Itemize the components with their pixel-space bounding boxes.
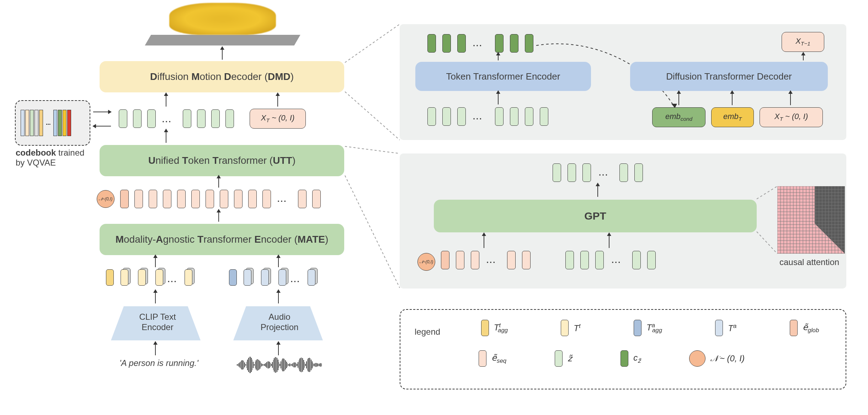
dots: ... bbox=[277, 195, 287, 204]
token-eseq bbox=[456, 251, 464, 269]
token-eseq bbox=[471, 251, 479, 269]
svg-line-3 bbox=[345, 92, 400, 140]
arrow-embcond bbox=[678, 93, 679, 105]
utt-map-lines bbox=[345, 146, 402, 296]
arrow-text-in bbox=[155, 344, 156, 355]
token-eseq bbox=[507, 251, 516, 269]
token-z bbox=[147, 109, 156, 128]
diff-decoder-label: Diffusion Transformer Decoder bbox=[666, 71, 792, 82]
arrow-audio-to-mate bbox=[278, 257, 279, 267]
arrow-gptout bbox=[597, 185, 598, 197]
causal-label: causal attention bbox=[779, 257, 839, 267]
legend-Taagg: Taagg bbox=[634, 320, 662, 336]
token-eseq bbox=[234, 190, 243, 208]
token-z bbox=[197, 109, 206, 128]
audio-token-group: ... bbox=[229, 269, 315, 288]
gpt-label: GPT bbox=[584, 210, 606, 222]
dmd-block: Diffusion Motion Decoder (DMD) bbox=[100, 61, 344, 92]
token-eseq bbox=[134, 190, 143, 208]
token-z-in bbox=[632, 251, 641, 269]
dots: ... bbox=[486, 256, 496, 265]
noise-circle-right: 𝒩~(0,I) bbox=[417, 253, 435, 271]
svg-line-12 bbox=[757, 232, 777, 254]
clip-label: CLIP TextEncoder bbox=[134, 312, 181, 333]
token-z bbox=[211, 109, 220, 128]
arrow-audio-out bbox=[278, 292, 279, 303]
causal-map-lines bbox=[757, 199, 782, 256]
diff-decoder-block: Diffusion Transformer Decoder bbox=[630, 62, 828, 91]
token-z bbox=[133, 109, 142, 128]
audio-label: AudioProjection bbox=[258, 312, 301, 333]
arrow-dmd-to-output bbox=[222, 49, 223, 60]
arrow-encout bbox=[498, 55, 499, 60]
token-z-in bbox=[595, 251, 604, 269]
token-z-in bbox=[580, 251, 589, 269]
token-eseq bbox=[149, 190, 157, 208]
token-z-out bbox=[568, 163, 576, 182]
token-cz bbox=[427, 34, 436, 53]
token-z bbox=[225, 109, 234, 128]
token-eseq bbox=[522, 251, 531, 269]
input-text: 'A person is running.' bbox=[119, 358, 198, 368]
audio-waveform: document.write(Array.from({length:90},(_… bbox=[237, 356, 322, 374]
arrow-xtnoise bbox=[790, 93, 791, 105]
legend-eseq: ẽseq bbox=[479, 350, 506, 367]
svg-line-6 bbox=[345, 176, 400, 288]
dmd-label: Diffusion Motion Decoder (DMD) bbox=[150, 71, 294, 82]
legend-eglob: ẽglob bbox=[790, 320, 819, 336]
token-z-out bbox=[619, 163, 628, 182]
token-cz bbox=[525, 34, 533, 53]
mate-label: Modality-Agnostic Transformer Encoder (M… bbox=[116, 234, 329, 245]
arrow-encin bbox=[498, 93, 499, 104]
token-eseq bbox=[220, 190, 228, 208]
legend-ztilde: z̃ bbox=[555, 350, 572, 367]
arrow-utt-to-z bbox=[166, 131, 166, 143]
arrow-z-to-dmd bbox=[166, 95, 166, 107]
token-eseq bbox=[206, 190, 214, 208]
legend-noise: 𝒩 ~ (0, I) bbox=[689, 350, 745, 367]
dots: ... bbox=[162, 115, 172, 124]
token-cz bbox=[442, 34, 451, 53]
svg-line-5 bbox=[345, 146, 400, 153]
token-z bbox=[457, 107, 466, 126]
dots: ... bbox=[473, 39, 483, 48]
token-z-out bbox=[634, 163, 643, 182]
codebook-box: ... bbox=[15, 100, 90, 146]
arrow-codebook-right bbox=[93, 112, 111, 112]
token-z bbox=[183, 109, 191, 128]
token-z bbox=[510, 107, 518, 126]
legend-Ta: Ta bbox=[715, 320, 736, 336]
token-cz bbox=[510, 34, 518, 53]
token-eseq bbox=[248, 190, 257, 208]
token-eglob bbox=[441, 251, 449, 269]
noise-circle-left: 𝒩~(0,I) bbox=[97, 190, 115, 208]
token-z bbox=[119, 109, 127, 128]
codebook-caption: codebook trained by VQVAE bbox=[16, 148, 84, 168]
arrow-xt-to-dmd bbox=[277, 95, 278, 107]
arrow-gpt-in1 bbox=[484, 235, 484, 248]
arrow-embt bbox=[732, 93, 733, 105]
token-eseq bbox=[298, 190, 307, 208]
token-eseq bbox=[312, 190, 321, 208]
svg-line-2 bbox=[345, 24, 400, 63]
dots: ... bbox=[599, 168, 608, 178]
token-z-in bbox=[565, 251, 574, 269]
utt-block: Unified Token Transformer (UTT) bbox=[100, 145, 344, 176]
legend-Ttagg: Ttagg bbox=[481, 320, 508, 336]
arrow-wave-in bbox=[278, 344, 279, 355]
mate-block: Modality-Agnostic Transformer Encoder (M… bbox=[100, 224, 344, 255]
arrow-mate-to-e bbox=[218, 212, 219, 222]
utt-label: Unified Token Transformer (UTT) bbox=[148, 155, 295, 166]
legend-Tt: Tt bbox=[561, 320, 580, 336]
arrow-decout bbox=[803, 55, 804, 60]
arrow-codebook-left bbox=[93, 126, 111, 126]
token-eseq bbox=[163, 190, 171, 208]
token-eglob bbox=[120, 190, 129, 208]
gpt-block: GPT bbox=[434, 200, 757, 232]
arrow-e-to-utt bbox=[218, 178, 219, 188]
text-token-group: ... bbox=[106, 269, 192, 288]
causal-attention-matrix bbox=[777, 186, 845, 254]
dots: ... bbox=[473, 112, 483, 122]
token-z-out bbox=[582, 163, 591, 182]
legend-box: legend Ttagg Tt Taagg Ta ẽglob ẽseq z̃ c… bbox=[400, 309, 846, 389]
